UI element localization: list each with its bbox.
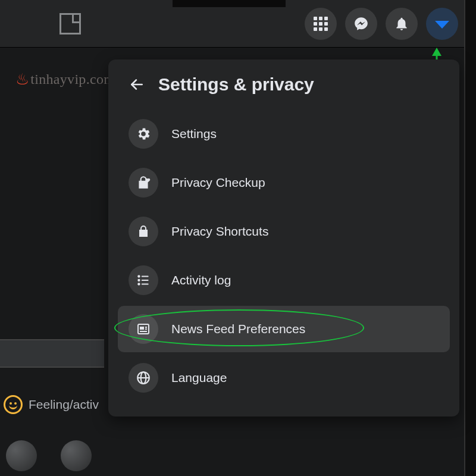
- svg-point-5: [137, 279, 140, 281]
- watermark: ♨ tinhayvip.com: [15, 70, 115, 89]
- smiley-icon: [4, 395, 23, 414]
- svg-point-3: [137, 275, 140, 277]
- menu-item-privacy-shortcuts[interactable]: Privacy Shortcuts: [118, 208, 450, 255]
- menu-item-activity-log[interactable]: Activity log: [118, 257, 450, 303]
- menu-label: Language: [171, 371, 227, 385]
- svg-rect-6: [142, 280, 149, 281]
- menu-label: Privacy Shortcuts: [171, 224, 268, 239]
- avatar[interactable]: [6, 440, 37, 471]
- menu-item-language[interactable]: Language: [118, 355, 450, 401]
- svg-point-7: [137, 283, 140, 285]
- menu-item-settings[interactable]: Settings: [118, 111, 450, 157]
- back-button[interactable]: [126, 74, 148, 95]
- list-icon: [136, 273, 151, 288]
- top-gap: [173, 0, 286, 7]
- globe-icon: [136, 370, 151, 386]
- top-bar-left: [60, 13, 81, 35]
- messenger-button[interactable]: [345, 8, 377, 40]
- messenger-icon: [353, 16, 369, 32]
- svg-marker-1: [432, 48, 441, 56]
- svg-rect-8: [142, 283, 149, 284]
- svg-rect-10: [140, 327, 144, 330]
- svg-rect-4: [142, 275, 149, 277]
- lock-icon: [136, 224, 151, 239]
- menu-label: Activity log: [171, 273, 231, 287]
- svg-rect-11: [140, 331, 147, 332]
- right-pane-divider: [464, 0, 476, 476]
- lock-heart-icon: [136, 175, 151, 190]
- menu-label: Privacy Checkup: [171, 176, 265, 190]
- panel-header: Settings & privacy: [114, 74, 453, 111]
- feed-icon: [136, 322, 151, 336]
- menu-label: Settings: [171, 127, 217, 141]
- gear-icon: [136, 126, 151, 142]
- feeling-label: Feeling/activ: [29, 397, 99, 412]
- watermark-text: tinhayvip.com: [30, 71, 115, 87]
- composer-feeling-row[interactable]: Feeling/activ: [0, 395, 99, 414]
- top-bar: [0, 0, 476, 48]
- gaming-logo-icon[interactable]: [60, 13, 81, 35]
- avatar[interactable]: [61, 440, 92, 471]
- apps-menu-button[interactable]: [305, 8, 337, 40]
- menu-list: Settings Privacy Checkup Privacy Shortcu…: [114, 111, 453, 401]
- settings-privacy-panel: Settings & privacy Settings Privacy Chec…: [108, 60, 459, 416]
- menu-label: News Feed Preferences: [171, 322, 305, 336]
- sidebar-placeholder: [0, 339, 104, 368]
- account-dropdown-button[interactable]: [426, 8, 458, 40]
- notifications-button[interactable]: [386, 8, 418, 40]
- arrow-left-icon: [129, 77, 145, 92]
- grid-icon: [314, 17, 328, 31]
- svg-rect-12: [145, 327, 147, 328]
- flame-icon: ♨: [15, 70, 29, 89]
- panel-title: Settings & privacy: [158, 74, 314, 95]
- top-bar-right: [305, 8, 458, 40]
- story-avatar-row: [6, 440, 92, 471]
- bell-icon: [394, 16, 409, 32]
- menu-item-news-feed-preferences[interactable]: News Feed Preferences: [118, 306, 450, 352]
- menu-item-privacy-checkup[interactable]: Privacy Checkup: [118, 159, 450, 206]
- svg-rect-13: [145, 328, 147, 330]
- caret-down-icon: [435, 21, 449, 29]
